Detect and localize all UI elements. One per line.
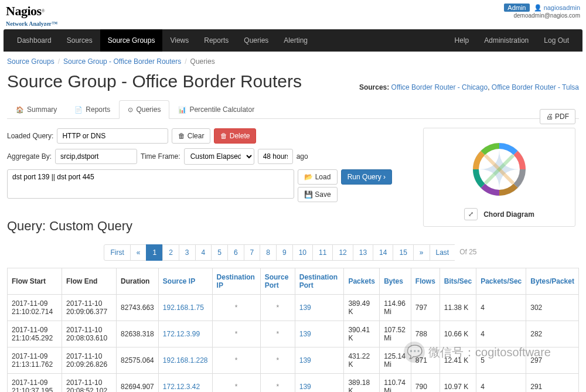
pager-page-14[interactable]: 14: [373, 244, 393, 261]
summary-icon: 🏠: [16, 106, 24, 113]
aggregate-label: Aggregate By:: [7, 152, 52, 161]
user-email: demoadmin@nagios.com: [504, 12, 580, 19]
col-packets[interactable]: Packets: [344, 268, 380, 295]
user-icon: 👤: [534, 4, 542, 11]
pager-page-6[interactable]: 6: [227, 244, 244, 261]
load-button[interactable]: 📂 Load: [298, 169, 338, 185]
page-title: Source Group - Office Border Routers: [7, 71, 302, 91]
pager: First«123456789101112131415»LastOf 25: [7, 244, 579, 261]
col-bits-sec[interactable]: Bits/Sec: [440, 268, 476, 295]
load-icon: 📂: [304, 173, 313, 181]
tab-summary[interactable]: 🏠Summary: [7, 100, 66, 119]
save-button[interactable]: 💾 Save: [298, 187, 338, 202]
tab-percentile-calculator[interactable]: 📊Percentile Calculator: [169, 100, 263, 119]
nav-reports[interactable]: Reports: [196, 29, 236, 52]
pager-page-5[interactable]: 5: [211, 244, 228, 261]
nav-sources[interactable]: Sources: [59, 29, 100, 52]
pager-page-1[interactable]: 1: [146, 244, 163, 261]
save-icon: 💾: [304, 190, 313, 199]
col-destination-ip[interactable]: Destination IP: [212, 268, 260, 295]
table-row: 2017-11-09 21:13:11.7622017-11-10 20:09:…: [8, 347, 579, 374]
pager-page-4[interactable]: 4: [195, 244, 212, 261]
timeframe-amount-input[interactable]: [258, 149, 293, 164]
pdf-icon: 🖨: [546, 113, 553, 121]
timeframe-select[interactable]: Custom Elapsed Time: [184, 148, 254, 165]
main-navbar: DashboardSourcesSource GroupsViewsReport…: [4, 29, 582, 52]
pdf-button[interactable]: 🖨 PDF: [540, 109, 575, 124]
pager-page-2[interactable]: 2: [162, 244, 179, 261]
pager-page-15[interactable]: 15: [393, 244, 413, 261]
tab-queries[interactable]: ⊙Queries: [119, 100, 169, 119]
col-flows[interactable]: Flows: [411, 268, 440, 295]
timeframe-label: Time Frame:: [141, 152, 180, 161]
nav-queries[interactable]: Queries: [236, 29, 276, 52]
ip-link[interactable]: 172.12.3.99: [163, 330, 200, 338]
chord-diagram-panel: ⤢ Chord Diagram: [423, 128, 575, 227]
nav-help[interactable]: Help: [447, 29, 477, 52]
aggregate-input[interactable]: [55, 149, 137, 164]
breadcrumb: Source Groups/Source Group - Office Bord…: [0, 52, 586, 71]
table-row: 2017-11-09 21:10:02.7142017-11-10 20:09:…: [8, 295, 579, 321]
logo-sub: Network Analyzer™: [6, 21, 57, 27]
nav-administration[interactable]: Administration: [476, 29, 536, 52]
clear-button[interactable]: 🗑 Clear: [172, 128, 210, 144]
source-link-0[interactable]: Office Border Router - Chicago: [391, 83, 488, 91]
user-area: Admin 👤 nagiosadmin demoadmin@nagios.com: [504, 4, 580, 19]
username-link[interactable]: nagiosadmin: [544, 4, 580, 11]
run-query-button[interactable]: Run Query ›: [341, 169, 392, 185]
pager-page-10[interactable]: 10: [292, 244, 313, 261]
pager-page-12[interactable]: 12: [332, 244, 353, 261]
col-bytes[interactable]: Bytes: [380, 268, 411, 295]
table-row: 2017-11-09 21:10:45.2922017-11-10 20:08:…: [8, 321, 579, 347]
sources-line: Sources: Office Border Router - Chicago,…: [359, 83, 579, 91]
query-textarea[interactable]: dst port 139 || dst port 445: [7, 169, 294, 199]
pager-page-11[interactable]: 11: [312, 244, 333, 261]
pager-next[interactable]: »: [413, 244, 430, 261]
port-link[interactable]: 139: [299, 356, 311, 364]
port-link[interactable]: 139: [299, 383, 311, 391]
col-flow-end: Flow End: [62, 268, 117, 295]
breadcrumb-item[interactable]: Source Groups: [7, 57, 54, 66]
col-packets-sec[interactable]: Packets/Sec: [476, 268, 526, 295]
nav-dashboard[interactable]: Dashboard: [9, 29, 59, 52]
pager-last[interactable]: Last: [430, 244, 456, 261]
pager-prev[interactable]: «: [130, 244, 147, 261]
pager-page-3[interactable]: 3: [179, 244, 196, 261]
pager-first[interactable]: First: [104, 244, 130, 261]
col-duration: Duration: [117, 268, 159, 295]
clear-icon: 🗑: [178, 132, 185, 140]
pager-page-8[interactable]: 8: [260, 244, 277, 261]
logo-main: Nagios: [6, 4, 42, 18]
pager-page-13[interactable]: 13: [353, 244, 373, 261]
nav-log-out[interactable]: Log Out: [536, 29, 577, 52]
nav-source-groups[interactable]: Source Groups: [100, 29, 163, 52]
source-link-1[interactable]: Office Border Router - Tulsa: [492, 83, 579, 91]
loaded-query-input[interactable]: [57, 128, 168, 144]
expand-chord-button[interactable]: ⤢: [464, 208, 478, 220]
ip-link[interactable]: 192.168.1.228: [163, 356, 208, 364]
table-row: 2017-11-09 21:10:37.1952017-11-10 20:08:…: [8, 374, 579, 393]
nav-views[interactable]: Views: [162, 29, 196, 52]
loaded-query-label: Loaded Query:: [7, 132, 53, 140]
col-bytes-packet[interactable]: Bytes/Packet: [526, 268, 579, 295]
breadcrumb-item[interactable]: Source Group - Office Border Routers: [63, 57, 181, 66]
tab-reports[interactable]: 📄Reports: [66, 100, 119, 119]
ip-link[interactable]: 192.168.1.75: [163, 304, 204, 312]
admin-badge: Admin: [504, 4, 529, 12]
ip-link[interactable]: 172.12.3.42: [163, 383, 200, 391]
col-source-ip[interactable]: Source IP: [158, 268, 212, 295]
chevron-right-icon: ›: [383, 173, 386, 181]
port-link[interactable]: 139: [299, 304, 311, 312]
nav-alerting[interactable]: Alerting: [276, 29, 315, 52]
pager-page-7[interactable]: 7: [244, 244, 261, 261]
breadcrumb-item: Queries: [190, 57, 215, 66]
results-table: Flow StartFlow EndDurationSource IPDesti…: [7, 268, 579, 392]
pager-page-9[interactable]: 9: [276, 244, 293, 261]
col-destination-port[interactable]: Destination Port: [295, 268, 344, 295]
pager-of: Of 25: [455, 244, 481, 261]
chord-diagram: [461, 134, 537, 204]
delete-button[interactable]: 🗑 Delete: [214, 128, 256, 144]
port-link[interactable]: 139: [299, 330, 311, 338]
percentile-calculator-icon: 📊: [178, 106, 186, 113]
col-source-port[interactable]: Source Port: [260, 268, 295, 295]
